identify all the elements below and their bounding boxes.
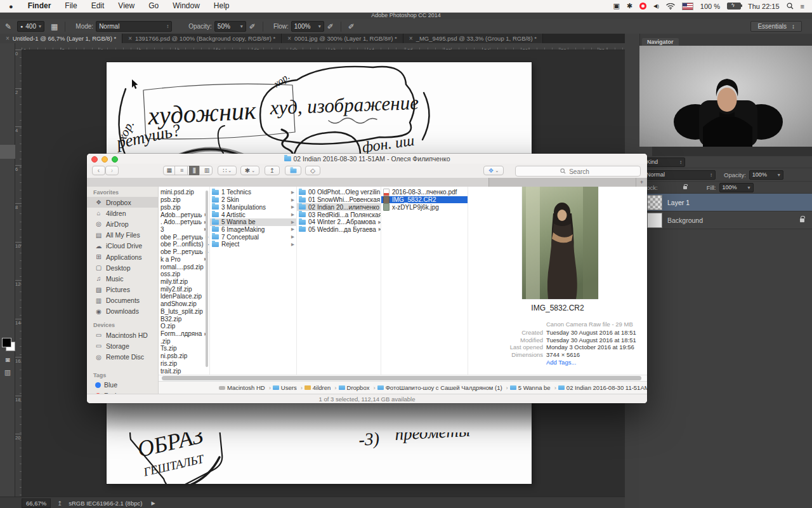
- add-tags-link[interactable]: Add Tags...: [546, 359, 576, 366]
- sidebar-tag-item[interactable]: Blue: [87, 380, 158, 391]
- panel-tab[interactable]: [652, 147, 665, 156]
- keyboard-flag-icon[interactable]: [682, 3, 693, 10]
- menu-item[interactable]: Edit: [84, 0, 112, 12]
- sidebar-item[interactable]: ⊞ Applications: [87, 251, 158, 262]
- path-bar-item[interactable]: 5 Wanna be ›: [510, 384, 556, 391]
- file-row[interactable]: ni.psb.zip ▶: [159, 352, 209, 360]
- navigator-panel-tab[interactable]: Navigator: [642, 38, 679, 46]
- blend-mode-select[interactable]: Normal↕: [96, 21, 172, 32]
- file-row[interactable]: andShow.zip ▶: [159, 300, 209, 308]
- zoom-level-field[interactable]: 66,67%: [22, 498, 51, 508]
- folder-row[interactable]: 2 Skin ▶: [210, 196, 296, 204]
- close-icon[interactable]: ×: [287, 35, 291, 42]
- file-row[interactable]: O.zip ▶: [159, 323, 209, 330]
- quick-mask-icon[interactable]: ◙: [0, 356, 15, 363]
- screen-mode-icon[interactable]: ▥: [0, 368, 15, 377]
- layer-row[interactable]: Layer 1: [639, 194, 812, 211]
- action-gear-button[interactable]: ✱⌄: [240, 166, 259, 175]
- search-input[interactable]: [516, 166, 643, 177]
- file-row[interactable]: obe P...ретушь ▶: [159, 248, 209, 256]
- file-row[interactable]: obe P...onflicts) ▶: [159, 241, 209, 248]
- kind-filter-select[interactable]: Kind↕: [643, 157, 685, 167]
- close-icon[interactable]: ×: [6, 35, 10, 42]
- workspace-select[interactable]: Essentials↕: [750, 21, 802, 32]
- opacity-select[interactable]: 50%▾: [214, 21, 246, 32]
- document-tab[interactable]: × 1391766.psd @ 100% (Background copy, R…: [122, 34, 282, 43]
- list-view-button[interactable]: ≡: [176, 166, 188, 175]
- file-row[interactable]: mily2.tif.zip ▶: [159, 285, 209, 293]
- forward-button[interactable]: ›: [105, 166, 119, 175]
- path-bar-item[interactable]: 02 Indian 2016-08-30 11-51AM - Олеся Фил…: [558, 384, 647, 391]
- path-bar-item[interactable]: ФотоШапито-шоу с Сашей Чалдряном (1) ›: [377, 384, 508, 391]
- file-row[interactable]: mily.tif.zip ▶: [159, 278, 209, 286]
- status-share-icon[interactable]: ↥: [57, 500, 62, 507]
- folder-row[interactable]: 01 SnowWhi...Ровенская ▶: [297, 196, 381, 204]
- sidebar-item[interactable]: ▢ Desktop: [87, 262, 158, 273]
- file-row[interactable]: psb.zip ▶: [159, 203, 209, 211]
- path-bar-item[interactable]: Users ›: [273, 384, 303, 391]
- finder-window[interactable]: 02 Indian 2016-08-30 11-51AM - Олеся Фил…: [87, 154, 647, 403]
- file-row[interactable]: trait.zip ▶: [159, 367, 209, 375]
- icon-view-button[interactable]: ▦: [164, 166, 175, 175]
- lock-all-icon[interactable]: [683, 186, 687, 189]
- folder-row[interactable]: 03 RedRidi...а Полянская ▶: [297, 211, 381, 218]
- share-button[interactable]: ↥: [265, 166, 280, 175]
- volume-icon[interactable]: ◀): [653, 3, 659, 9]
- column-view-button[interactable]: |||: [189, 166, 200, 175]
- path-bar-item[interactable]: Macintosh HD ›: [219, 384, 271, 391]
- sidebar-item[interactable]: ⌂ 4ildren: [87, 208, 158, 218]
- file-row[interactable]: oss.zip ▶: [159, 271, 209, 278]
- sidebar-item[interactable]: ☁ iCloud Drive: [87, 241, 158, 251]
- sidebar-item[interactable]: ◎ AirDrop: [87, 218, 158, 229]
- document-tab[interactable]: × _MG_9495.psd @ 33,3% (Group 1, RGB/8) …: [403, 34, 543, 43]
- file-row[interactable]: k a Pro ▶: [159, 255, 209, 263]
- file-row[interactable]: . Ado...ретушь ▶: [159, 218, 209, 226]
- menu-item[interactable]: View: [111, 0, 141, 12]
- folder-row[interactable]: 05 Weddin...да Бугаева ▶: [297, 226, 381, 234]
- file-row[interactable]: Form...лдряна ▶: [159, 330, 209, 338]
- path-bar-item[interactable]: 4ildren ›: [304, 384, 337, 391]
- sidebar-item[interactable]: ▭ Storage: [87, 340, 158, 351]
- menu-item[interactable]: File: [58, 0, 84, 12]
- folder-row[interactable]: 00 OldPhot...Oleg verzilin ▶: [297, 189, 381, 196]
- tags-button[interactable]: ◇: [305, 166, 320, 175]
- layer-blend-mode-select[interactable]: Normal↕: [643, 170, 716, 180]
- close-icon[interactable]: ×: [409, 35, 413, 42]
- column-scrollbar[interactable]: [206, 190, 208, 367]
- file-row[interactable]: ldenPalace.zip ▶: [159, 293, 209, 300]
- file-row[interactable]: romal....psd.zip ▶: [159, 263, 209, 271]
- notification-center-icon[interactable]: ≡: [801, 3, 804, 10]
- color-swatches[interactable]: [2, 338, 15, 351]
- menu-item[interactable]: Window: [166, 0, 207, 12]
- new-folder-button[interactable]: [285, 166, 301, 175]
- file-row[interactable]: IMG_5832.CR2 ▶: [381, 196, 468, 204]
- airbrush-icon[interactable]: ✐: [249, 22, 256, 31]
- folder-row[interactable]: 1 Technics ▶: [210, 189, 296, 196]
- search-field[interactable]: [515, 166, 641, 177]
- sidebar-item[interactable]: ◉ Downloads: [87, 306, 158, 317]
- file-row[interactable]: B_luts_split.zip ▶: [159, 308, 209, 316]
- airbrush-pressure-icon[interactable]: ✐: [327, 22, 334, 31]
- arrange-button[interactable]: ∷⌄: [218, 166, 237, 175]
- brush-size-field[interactable]: ● 400 ▾: [17, 21, 44, 32]
- dropbox-toolbar-button[interactable]: ❖⌄: [483, 166, 504, 175]
- add-tab-button[interactable]: +: [636, 178, 647, 187]
- folder-row[interactable]: 3 Manipulations ▶: [210, 203, 296, 211]
- spotlight-icon[interactable]: [787, 3, 794, 10]
- status-menu-arrow-icon[interactable]: ▶: [151, 500, 155, 506]
- vertical-ruler[interactable]: 02468101214161820: [15, 50, 22, 497]
- apple-menu-icon[interactable]: ●: [9, 3, 13, 10]
- document-tab[interactable]: × 0001.jpg @ 300% (Layer 1, RGB/8#) *: [282, 34, 403, 43]
- layer-row[interactable]: Background: [639, 211, 812, 229]
- folder-row[interactable]: 02 Indian 20...илипченко ▶: [297, 203, 381, 211]
- sidebar-item[interactable]: ▭ Macintosh HD: [87, 330, 158, 340]
- display-icon[interactable]: ▣: [613, 2, 619, 10]
- wifi-icon[interactable]: [666, 3, 675, 10]
- file-row[interactable]: psb.zip ▶: [159, 196, 209, 204]
- foreground-color-swatch[interactable]: [2, 338, 11, 347]
- coverflow-view-button[interactable]: ▥: [201, 166, 212, 175]
- folder-row[interactable]: 5 Wanna be ▶: [210, 218, 296, 226]
- settings-icon[interactable]: ✱: [627, 2, 632, 10]
- file-row[interactable]: 3 ▶: [159, 226, 209, 234]
- brush-tool-options-icon[interactable]: ✎: [5, 22, 11, 31]
